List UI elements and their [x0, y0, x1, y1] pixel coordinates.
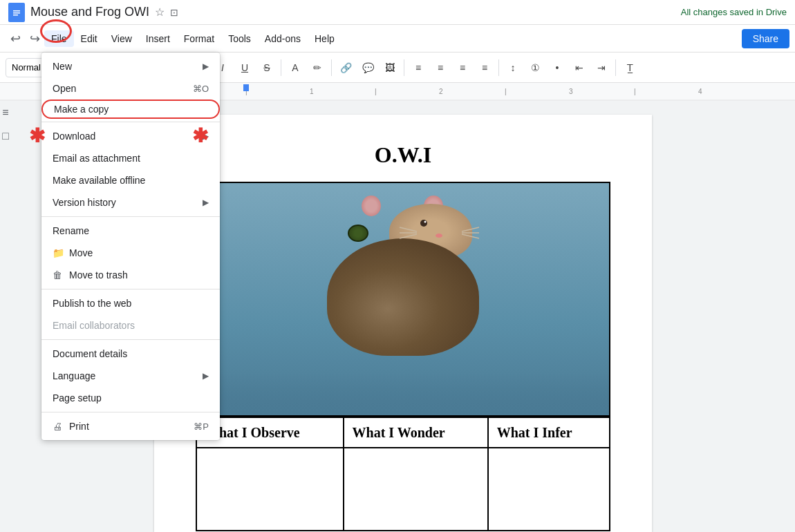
menu-format[interactable]: Format: [177, 30, 221, 47]
svg-line-18: [462, 227, 479, 231]
menu-make-copy-item[interactable]: Make a copy: [41, 99, 220, 119]
menu-rename-item[interactable]: Rename: [41, 220, 220, 242]
print-icon: 🖨: [53, 421, 66, 432]
svg-rect-1: [13, 10, 20, 12]
menu-addons[interactable]: Add-ons: [258, 30, 308, 47]
menu-email-attachment-item[interactable]: Email as attachment: [41, 147, 220, 169]
document-title: Mouse and Frog OWI: [30, 5, 149, 19]
line-spacing-button[interactable]: ↕: [503, 58, 523, 77]
file-dropdown-menu: New ▶ Open ⌘O Make a copy Download ▶ Ema…: [41, 53, 220, 440]
svg-line-15: [400, 227, 417, 231]
redo-button[interactable]: ↪: [25, 29, 44, 48]
menu-publish-item[interactable]: Publish to the web: [41, 292, 220, 314]
clear-format-button[interactable]: T̲: [620, 58, 639, 77]
comment-button[interactable]: 💬: [358, 58, 377, 77]
decrease-indent-button[interactable]: ⇤: [570, 58, 589, 77]
email-collab-label: Email collaborators: [53, 320, 135, 331]
table-header-wonder: What I Wonder: [344, 417, 488, 448]
increase-indent-button[interactable]: ⇥: [592, 58, 611, 77]
menu-version-history-item[interactable]: Version history ▶: [41, 191, 220, 213]
align-center-button[interactable]: ≡: [431, 58, 450, 77]
doc-details-label: Document details: [53, 348, 127, 359]
table-cell-infer[interactable]: [488, 448, 610, 531]
align-justify-button[interactable]: ≡: [475, 58, 494, 77]
share-button[interactable]: Share: [742, 29, 789, 48]
svg-text:2: 2: [439, 88, 443, 95]
toolbar-separator-5: [498, 59, 499, 76]
image-button[interactable]: 🖼: [380, 58, 400, 77]
menu-download-item[interactable]: Download ▶: [41, 125, 220, 147]
toolbar-separator-6: [615, 59, 616, 76]
menu-doc-details-item[interactable]: Document details: [41, 343, 220, 365]
open-shortcut: ⌘O: [193, 84, 209, 94]
owl-table: What I Observe What I Wonder What I Infe…: [196, 417, 610, 531]
new-arrow-icon: ▶: [203, 61, 209, 71]
menu-language-item[interactable]: Language ▶: [41, 365, 220, 387]
menu-open-item[interactable]: Open ⌘O: [41, 77, 220, 99]
outline-icon[interactable]: ≡: [2, 106, 8, 119]
align-left-button[interactable]: ≡: [409, 58, 428, 77]
menu-offline-item[interactable]: Make available offline: [41, 169, 220, 191]
menu-page-setup-item[interactable]: Page setup: [41, 387, 220, 409]
toolbar-separator-4: [404, 59, 404, 76]
menu-view[interactable]: View: [104, 30, 139, 47]
title-bar: Mouse and Frog OWI ☆ ⊡ All changes saved…: [0, 0, 795, 25]
new-item-label: New: [53, 61, 72, 72]
separator-4: [41, 339, 220, 340]
left-sidebar: ≡ □: [0, 101, 11, 532]
table-content-row: [196, 448, 610, 531]
svg-text:4: 4: [698, 88, 702, 95]
bullet-list-button[interactable]: •: [548, 58, 567, 77]
mouse-whiskers: [396, 197, 493, 252]
download-item-label: Download: [53, 131, 95, 142]
trash-icon: 🗑: [53, 269, 66, 281]
frog-body: [327, 238, 479, 356]
table-cell-observe[interactable]: [196, 448, 344, 531]
text-color-button[interactable]: A: [286, 58, 305, 77]
document-owl-title: O.W.I: [196, 142, 610, 168]
download-arrow-icon: ▶: [203, 131, 209, 141]
strikethrough-button[interactable]: S: [257, 58, 277, 77]
rename-label: Rename: [53, 225, 89, 236]
version-history-label: Version history: [53, 197, 116, 208]
pages-icon[interactable]: □: [2, 130, 9, 142]
toolbar-separator-2: [281, 59, 281, 76]
menu-file[interactable]: File: [44, 30, 74, 47]
highlight-button[interactable]: ✏: [308, 58, 327, 77]
menu-move-item[interactable]: 📁 Move: [41, 242, 220, 264]
numbered-list-button[interactable]: ①: [525, 58, 545, 77]
menu-new-item[interactable]: New ▶: [41, 55, 220, 77]
star-icon[interactable]: ☆: [155, 6, 165, 19]
align-right-button[interactable]: ≡: [453, 58, 472, 77]
water-ripple: [197, 374, 609, 415]
drive-icon[interactable]: ⊡: [170, 7, 178, 18]
table-header-row: What I Observe What I Wonder What I Infe…: [196, 417, 610, 448]
table-cell-wonder[interactable]: [344, 448, 488, 531]
frog-eye-left: [348, 225, 368, 242]
svg-point-21: [436, 234, 442, 238]
page-setup-label: Page setup: [53, 392, 102, 403]
underline-button[interactable]: U: [235, 58, 254, 77]
undo-button[interactable]: ↩: [6, 29, 25, 48]
menu-insert[interactable]: Insert: [139, 30, 177, 47]
separator-5: [41, 412, 220, 412]
menu-print-item[interactable]: 🖨 Print ⌘P: [41, 415, 220, 437]
svg-text:|: |: [505, 88, 507, 95]
menu-trash-item[interactable]: 🗑 Move to trash: [41, 264, 220, 286]
print-label: Print: [69, 421, 89, 432]
autosave-status: All changes saved in Drive: [681, 7, 787, 17]
version-history-arrow-icon: ▶: [203, 198, 209, 207]
menu-help[interactable]: Help: [308, 30, 342, 47]
print-shortcut: ⌘P: [194, 421, 209, 432]
menu-email-collaborators-item: Email collaborators: [41, 314, 220, 336]
separator-2: [41, 216, 220, 217]
link-button[interactable]: 🔗: [336, 58, 355, 77]
svg-rect-2: [13, 12, 20, 14]
svg-line-17: [400, 234, 417, 238]
svg-text:1: 1: [310, 88, 314, 95]
menu-bar: ↩ ↪ File Edit View Insert Format Tools A…: [0, 25, 795, 53]
google-docs-icon: [8, 3, 25, 22]
menu-tools[interactable]: Tools: [221, 30, 258, 47]
menu-edit[interactable]: Edit: [74, 30, 104, 47]
svg-point-23: [424, 221, 427, 223]
